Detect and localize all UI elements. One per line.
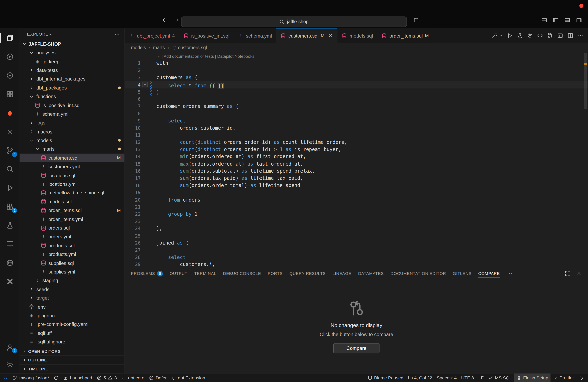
- tree-item[interactable]: customers.sqlM: [20, 153, 125, 162]
- code-line-11[interactable]: 11: [125, 132, 588, 139]
- test-beaker-icon[interactable]: [517, 33, 523, 38]
- tree-item[interactable]: dbt_packages: [20, 83, 125, 92]
- tree-root[interactable]: JAFFLE-SHOP: [20, 40, 125, 48]
- tree-item[interactable]: !products.yml: [20, 250, 125, 259]
- code-line-3[interactable]: 3customers as (: [125, 74, 588, 81]
- status-language-mode[interactable]: MS SQL: [486, 373, 514, 382]
- tree-item[interactable]: !orders.yml: [20, 232, 125, 241]
- activity-testing[interactable]: [0, 216, 20, 234]
- tree-item[interactable]: products.sql: [20, 241, 125, 250]
- activity-dbt[interactable]: [0, 103, 20, 122]
- activity-excalidraw[interactable]: [0, 272, 20, 291]
- activity-search[interactable]: [0, 160, 20, 178]
- status-sync[interactable]: [51, 373, 61, 382]
- tree-item[interactable]: orders.sql: [20, 224, 125, 232]
- tree-item[interactable]: !customers.yml: [20, 162, 125, 171]
- code-line-8[interactable]: 8: [125, 110, 588, 117]
- split-editor-icon[interactable]: [567, 33, 573, 38]
- code-line-10[interactable]: 10 orders.customer_id,: [125, 124, 588, 132]
- tab-models-sql[interactable]: models.sql: [337, 29, 378, 43]
- code-line-23[interactable]: 23: [125, 218, 588, 225]
- tree-item[interactable]: ◈.gitignore: [20, 311, 125, 320]
- tree-item[interactable]: ◈.gitkeep: [20, 57, 125, 66]
- toggle-panel-icon[interactable]: [564, 17, 570, 23]
- git-pull-request-icon[interactable]: [547, 33, 553, 38]
- more-actions-icon[interactable]: [114, 31, 120, 37]
- compare-button[interactable]: Compare: [333, 343, 379, 353]
- close-icon[interactable]: [328, 33, 333, 38]
- status-finish-setup[interactable]: Finish Setup: [514, 373, 550, 382]
- code-line-19[interactable]: 19: [125, 189, 588, 196]
- tree-item[interactable]: !.pre-commit-config.yaml: [20, 320, 125, 329]
- more-actions-icon[interactable]: [578, 33, 584, 38]
- activity-jigsaw[interactable]: [0, 122, 20, 141]
- status-cursor-position[interactable]: Ln 4, Col 22: [406, 373, 434, 382]
- run-query-icon[interactable]: [507, 33, 513, 38]
- code-line-13[interactable]: 13 count(distinct orders.order_id) > 1 a…: [125, 146, 588, 153]
- code-line-20[interactable]: 20 from orders: [125, 196, 588, 203]
- breadcrumb-item[interactable]: customers.sql: [172, 45, 207, 50]
- sidebar-section-open-editors[interactable]: OPEN EDITORS: [20, 347, 125, 355]
- tree-item[interactable]: locations.sql: [20, 171, 125, 180]
- code-line-2[interactable]: 2: [125, 67, 588, 74]
- panel-tab-output[interactable]: OUTPUT: [169, 267, 188, 280]
- panel-tab-terminal[interactable]: TERMINAL: [194, 267, 216, 280]
- code-line-29[interactable]: 29 customers.*,: [125, 261, 588, 267]
- status-branch[interactable]: mwong-fusion*: [10, 373, 51, 382]
- inline-add-button[interactable]: +: [142, 82, 148, 87]
- code-line-26[interactable]: 26joined as (: [125, 239, 588, 247]
- share-menu[interactable]: [413, 18, 423, 23]
- activity-query-preview[interactable]: [0, 66, 20, 85]
- sidebar-section-timeline[interactable]: TIMELINE: [20, 364, 125, 373]
- code-line-28[interactable]: 28 select: [125, 253, 588, 261]
- tree-item[interactable]: order_items.sqlM: [20, 206, 125, 215]
- status-encoding[interactable]: UTF-8: [459, 373, 476, 382]
- code-line-24[interactable]: 24),: [125, 225, 588, 232]
- panel-tab-datamates[interactable]: DATAMATES: [358, 267, 384, 280]
- tab-customers-sql[interactable]: customers.sqlM: [276, 29, 337, 43]
- forward-button[interactable]: [174, 17, 179, 23]
- results-table-icon[interactable]: [557, 33, 563, 38]
- tree-item[interactable]: staging: [20, 276, 125, 285]
- tree-item[interactable]: models: [20, 136, 125, 145]
- panel-tab-ports[interactable]: PORTS: [268, 267, 283, 280]
- tab-order_items-sql[interactable]: order_items.sqlM: [378, 29, 433, 43]
- magic-wand-icon[interactable]: [492, 33, 498, 38]
- code-line-5[interactable]: 5): [125, 88, 588, 96]
- sidebar-section-outline[interactable]: OUTLINE: [20, 355, 125, 364]
- activity-dbt-power-user[interactable]: [0, 47, 20, 66]
- toggle-primary-sidebar-icon[interactable]: [553, 17, 559, 23]
- tree-item[interactable]: macros: [20, 127, 125, 136]
- tree-item[interactable]: !locations.yml: [20, 180, 125, 189]
- editor-scrollbar[interactable]: [584, 53, 587, 109]
- tree-item[interactable]: metricflow_time_spine.sql: [20, 189, 125, 197]
- tree-item[interactable]: marts: [20, 145, 125, 153]
- tree-item[interactable]: is_positive_int.sql: [20, 101, 125, 110]
- status-dbt-extension[interactable]: dbt Extension: [169, 373, 207, 382]
- tab-schema-yml[interactable]: !schema.yml: [234, 29, 277, 43]
- activity-browser[interactable]: [0, 253, 20, 272]
- panel-tab-compare[interactable]: COMPARE: [478, 267, 500, 280]
- tree-item[interactable]: models.sql: [20, 197, 125, 206]
- paw-icon[interactable]: [527, 33, 533, 38]
- status-defer[interactable]: Defer: [147, 373, 169, 382]
- panel-tab-problems[interactable]: PROBLEMS8: [131, 267, 163, 280]
- maximize-panel-icon[interactable]: [565, 270, 571, 277]
- status-prettier[interactable]: Prettier: [550, 373, 576, 382]
- status-remote-indicator[interactable]: [1, 373, 10, 382]
- status-problems[interactable]: 53: [94, 373, 119, 382]
- status-blame[interactable]: Blame Paused: [365, 373, 406, 382]
- tree-item[interactable]: ≡.sqlfluffignore: [20, 337, 125, 346]
- tree-item[interactable]: ≡.sqlfluff: [20, 329, 125, 337]
- command-center-search[interactable]: jaffle-shop: [181, 17, 407, 27]
- tree-item[interactable]: target: [20, 294, 125, 303]
- code-line-7[interactable]: 7customer_orders_summary as (: [125, 103, 588, 110]
- breadcrumb-item[interactable]: marts: [153, 45, 165, 50]
- activity-extensions[interactable]: 1: [0, 197, 20, 216]
- tree-item[interactable]: dbt_internal_packages: [20, 75, 125, 83]
- tree-item[interactable]: supplies.sql: [20, 259, 125, 267]
- panel-tab-query-results[interactable]: QUERY RESULTS: [289, 267, 326, 280]
- inline-code-icon[interactable]: [537, 33, 543, 38]
- activity-source-control[interactable]: 4: [0, 141, 20, 160]
- status-launchpad[interactable]: Launchpad: [61, 373, 94, 382]
